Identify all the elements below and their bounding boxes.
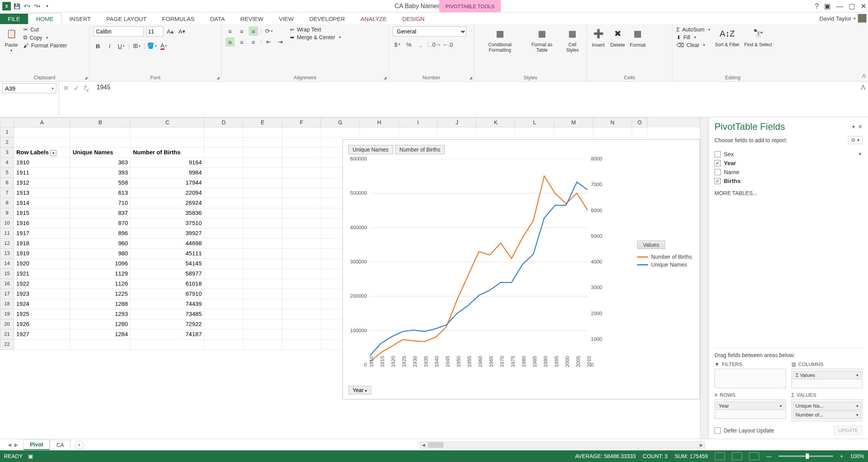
cell[interactable] (321, 127, 360, 138)
cell[interactable] (204, 249, 243, 259)
launcher-icon[interactable]: ◢ (84, 75, 87, 80)
cell[interactable]: 72922 (131, 319, 204, 330)
cell[interactable] (243, 188, 282, 198)
tab-developer[interactable]: DEVELOPER (302, 14, 353, 24)
cell[interactable] (243, 289, 282, 299)
row-header[interactable]: 2 (0, 138, 14, 148)
cell[interactable] (243, 168, 282, 178)
field-item[interactable]: Name (714, 167, 863, 176)
accounting-button[interactable]: $ (393, 40, 402, 49)
cell[interactable]: 896 (70, 228, 131, 239)
cell[interactable] (204, 198, 243, 208)
page-break-view-icon[interactable] (749, 452, 759, 460)
macro-record-icon[interactable]: ▣ (28, 453, 33, 459)
tab-view[interactable]: VIEW (271, 14, 301, 24)
row-header[interactable]: 8 (0, 198, 14, 208)
collapse-ribbon-icon[interactable]: ᐱ (862, 73, 866, 79)
font-size-input[interactable] (146, 26, 163, 37)
cell[interactable] (243, 299, 282, 309)
cell[interactable] (204, 228, 243, 239)
cell[interactable]: 1916 (14, 218, 70, 228)
row-header[interactable]: 12 (0, 239, 14, 249)
cell[interactable] (282, 208, 321, 218)
defer-checkbox[interactable] (714, 427, 721, 434)
align-center-icon[interactable]: ≡ (237, 37, 246, 47)
cell[interactable] (282, 279, 321, 289)
italic-button[interactable]: I (105, 41, 114, 51)
align-bottom-icon[interactable]: ≡ (249, 26, 258, 36)
row-header[interactable]: 11 (0, 228, 14, 239)
row-header[interactable]: 3 (0, 148, 14, 158)
cell[interactable]: 74439 (131, 299, 204, 309)
cell[interactable] (282, 259, 321, 269)
align-right-icon[interactable]: ≡ (249, 37, 258, 47)
row-header[interactable]: 17 (0, 289, 14, 299)
add-sheet-button[interactable]: + (75, 440, 84, 450)
column-header[interactable]: M (554, 117, 593, 127)
cell[interactable]: 1912 (14, 178, 70, 188)
tab-design[interactable]: DESIGN (395, 14, 433, 24)
cell[interactable] (204, 138, 243, 148)
column-header[interactable]: I (399, 117, 438, 127)
cell[interactable]: 980 (70, 249, 131, 259)
cell[interactable] (282, 239, 321, 249)
fill-button[interactable]: ⬇Fill▾ (676, 34, 710, 40)
cell[interactable] (204, 239, 243, 249)
cell[interactable] (204, 148, 243, 158)
cell[interactable] (131, 138, 204, 148)
area-chip[interactable]: Unique Na...▾ (793, 402, 861, 410)
cell[interactable] (282, 228, 321, 239)
cut-button[interactable]: ✂Cut (23, 26, 67, 33)
cell[interactable] (243, 148, 282, 158)
cell[interactable] (204, 340, 243, 350)
cell[interactable]: 1926 (14, 319, 70, 330)
cell[interactable] (131, 340, 204, 350)
font-color-button[interactable]: A (159, 41, 168, 51)
chart-field-button-births[interactable]: Number of Births (395, 145, 445, 154)
cell[interactable]: 960 (70, 239, 131, 249)
update-button[interactable]: UPDATE (834, 426, 863, 435)
cell[interactable] (243, 239, 282, 249)
percent-button[interactable]: % (404, 40, 414, 49)
cell[interactable] (204, 289, 243, 299)
cell[interactable] (204, 330, 243, 340)
row-header[interactable]: 10 (0, 218, 14, 228)
tab-formulas[interactable]: FORMULAS (154, 14, 202, 24)
cell[interactable]: 1923 (14, 289, 70, 299)
cell[interactable] (632, 127, 648, 138)
cell[interactable] (14, 127, 70, 138)
font-name-input[interactable] (93, 26, 144, 37)
insert-button[interactable]: ➕Insert (591, 26, 606, 48)
cell[interactable]: 1225 (70, 289, 131, 299)
cell[interactable] (243, 319, 282, 330)
cell[interactable] (282, 188, 321, 198)
row-header[interactable]: 22 (0, 340, 14, 350)
cell[interactable] (14, 138, 70, 148)
cell[interactable] (204, 269, 243, 279)
cell[interactable] (282, 309, 321, 319)
cell[interactable]: 73485 (131, 309, 204, 319)
cell[interactable]: 558 (70, 178, 131, 188)
prev-sheet-icon[interactable]: ◀ (8, 442, 11, 448)
cell[interactable] (282, 340, 321, 350)
cell[interactable] (282, 330, 321, 340)
columns-area[interactable]: ▥COLUMNS Σ Values▾ (791, 361, 863, 388)
cell[interactable] (243, 228, 282, 239)
cell[interactable]: 54145 (131, 259, 204, 269)
cell[interactable]: 74187 (131, 330, 204, 340)
cell[interactable] (282, 218, 321, 228)
cell[interactable] (243, 158, 282, 168)
cell[interactable]: 1910 (14, 158, 70, 168)
underline-button[interactable]: U (117, 41, 126, 51)
cell[interactable]: 1917 (14, 228, 70, 239)
cell[interactable]: 37510 (131, 218, 204, 228)
cell[interactable] (360, 127, 399, 138)
find-select-button[interactable]: 🔭Find & Select (744, 26, 772, 47)
cell[interactable] (282, 178, 321, 188)
column-header[interactable]: H (360, 117, 399, 127)
cell[interactable]: 1288 (70, 299, 131, 309)
row-header[interactable]: 1 (0, 127, 14, 138)
cell[interactable] (477, 127, 515, 138)
cell[interactable] (243, 340, 282, 350)
cell[interactable]: 26924 (131, 198, 204, 208)
